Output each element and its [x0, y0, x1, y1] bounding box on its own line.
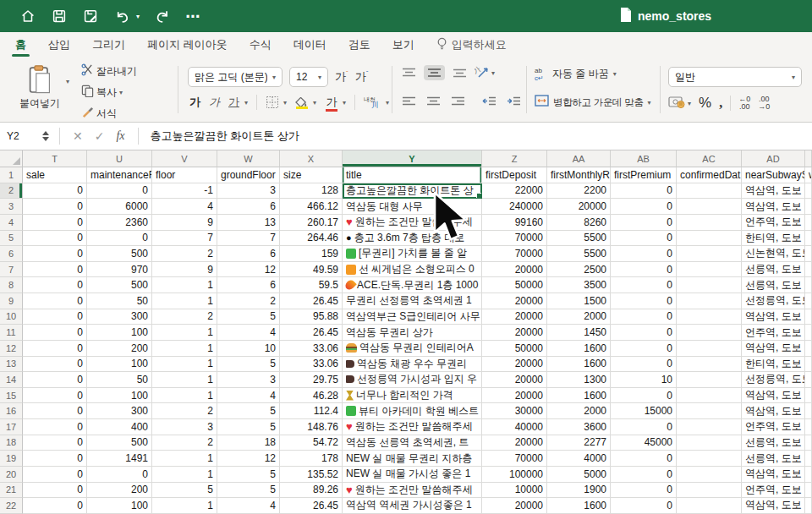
font-name-select[interactable]: 맑은 고딕 (본문)▾: [188, 67, 283, 87]
cell-Y13[interactable]: 역삼동 채광 우수 무권리: [343, 357, 482, 373]
cell-Z13[interactable]: 20000: [482, 357, 547, 373]
tab-draw[interactable]: 그리기: [92, 32, 125, 57]
cell-Z19[interactable]: 70000: [482, 451, 547, 467]
cell-AC20[interactable]: [677, 467, 742, 483]
copy-button[interactable]: 복사 ▾: [81, 85, 137, 101]
cell-Z20[interactable]: 100000: [482, 467, 547, 483]
cell-AA7[interactable]: 2500: [547, 262, 611, 278]
cell-overflow-16[interactable]: [805, 403, 812, 419]
cell-V4[interactable]: 9: [152, 215, 217, 231]
cell-AC14[interactable]: [677, 372, 742, 388]
cell-AC21[interactable]: [677, 483, 742, 499]
cell-AC22[interactable]: [677, 498, 742, 514]
cell-T15[interactable]: 0: [23, 388, 87, 404]
tab-view[interactable]: 보기: [392, 32, 414, 57]
cell-AA17[interactable]: 3600: [547, 419, 611, 435]
cell-AD7[interactable]: 선릉역, 도보: [742, 262, 805, 278]
cell-AD1[interactable]: nearSubwayS: [742, 167, 805, 183]
column-header-AB[interactable]: AB: [611, 150, 677, 167]
cell-T16[interactable]: 0: [23, 403, 87, 419]
align-center-icon[interactable]: [424, 94, 443, 109]
cell-AB15[interactable]: 0: [611, 388, 677, 404]
cell-AC10[interactable]: [677, 309, 742, 325]
cell-W11[interactable]: 4: [217, 325, 280, 341]
cell-V22[interactable]: 1: [152, 498, 217, 514]
cell-T17[interactable]: 0: [23, 419, 87, 435]
save-icon[interactable]: [50, 7, 69, 25]
cell-AD17[interactable]: 언주역, 도보: [742, 419, 805, 435]
cell-overflow-17[interactable]: [805, 419, 812, 435]
cell-X12[interactable]: 33.06: [280, 341, 343, 357]
cell-AB12[interactable]: 0: [611, 341, 677, 357]
cell-overflow-7[interactable]: [805, 262, 812, 278]
cell-U16[interactable]: 300: [87, 403, 152, 419]
name-box[interactable]: Y2: [0, 123, 52, 150]
font-color-icon[interactable]: 가: [325, 95, 338, 110]
font-color-dropdown-icon[interactable]: ▾: [343, 99, 346, 107]
fill-color-icon[interactable]: [295, 96, 309, 109]
cell-X13[interactable]: 33.06: [280, 357, 343, 373]
cell-U15[interactable]: 100: [87, 388, 152, 404]
row-header-10[interactable]: 10: [0, 309, 23, 325]
cell-AC19[interactable]: [677, 451, 742, 467]
stepper-down-icon[interactable]: [42, 137, 49, 141]
align-top-icon[interactable]: [399, 65, 419, 80]
row-header-3[interactable]: 3: [0, 199, 23, 215]
cell-overflow-8[interactable]: [805, 277, 812, 293]
cell-T8[interactable]: 0: [23, 277, 87, 293]
cell-AD15[interactable]: 역삼역, 도보: [742, 388, 805, 404]
underline-dropdown-icon[interactable]: ▾: [244, 99, 248, 107]
row-header-4[interactable]: 4: [0, 215, 23, 231]
cell-T11[interactable]: 0: [23, 325, 87, 341]
cell-T22[interactable]: 0: [23, 498, 87, 514]
cell-X20[interactable]: 135.52: [280, 467, 343, 483]
cell-AC4[interactable]: [677, 215, 742, 231]
cell-V6[interactable]: 2: [152, 246, 217, 262]
cell-T7[interactable]: 0: [23, 262, 87, 278]
grow-font-button[interactable]: 가ˆ: [335, 69, 348, 85]
cell-X9[interactable]: 26.45: [280, 293, 343, 309]
cell-T5[interactable]: 0: [23, 231, 87, 247]
cell-U4[interactable]: 2360: [87, 215, 152, 231]
cell-V14[interactable]: 1: [152, 372, 217, 388]
cell-AB6[interactable]: 0: [611, 246, 677, 262]
cell-Y11[interactable]: 역삼동 무권리 상가: [343, 325, 482, 341]
cell-V11[interactable]: 1: [152, 325, 217, 341]
cell-AC15[interactable]: [677, 388, 742, 404]
cell-Y20[interactable]: NEW 실 매물 가시성 좋은 1: [343, 467, 482, 483]
cell-Z4[interactable]: 99160: [482, 215, 547, 231]
row-header-6[interactable]: 6: [0, 246, 23, 262]
formula-content[interactable]: 층고높은깔끔한 화이트톤 상가: [151, 128, 299, 144]
cell-Y16[interactable]: 뷰티 아카데미 학원 베스트: [343, 403, 482, 419]
accounting-dropdown-icon[interactable]: ▾: [688, 100, 691, 107]
cell-W14[interactable]: 3: [217, 372, 280, 388]
cell-AB7[interactable]: 0: [611, 262, 677, 278]
cell-W7[interactable]: 12: [217, 262, 280, 278]
save-as-icon[interactable]: [81, 7, 100, 25]
row-header-19[interactable]: 19: [0, 451, 23, 467]
insert-function-icon[interactable]: fx: [110, 129, 130, 143]
cell-W12[interactable]: 10: [217, 341, 280, 357]
cell-Y1[interactable]: title: [343, 167, 482, 183]
cell-V20[interactable]: 1: [152, 467, 217, 483]
cell-U18[interactable]: 500: [87, 435, 152, 451]
cell-V9[interactable]: 1: [152, 293, 217, 309]
cell-Y12[interactable]: 역삼동 무권리 인테리어A: [343, 341, 482, 357]
cell-AD4[interactable]: 언주역, 도보: [742, 215, 805, 231]
tell-me-search[interactable]: 입력하세요: [436, 37, 507, 52]
cell-AB18[interactable]: 45000: [611, 435, 677, 451]
cell-overflow-1[interactable]: w: [805, 167, 812, 183]
cell-U20[interactable]: 0: [87, 467, 152, 483]
cell-U2[interactable]: 0: [87, 183, 152, 200]
row-header-5[interactable]: 5: [0, 231, 23, 247]
stepper-up-icon[interactable]: [42, 131, 49, 135]
cell-AB13[interactable]: 0: [611, 357, 677, 373]
paste-button[interactable]: ▾ 붙여넣기: [14, 64, 66, 111]
select-all-corner[interactable]: [0, 150, 23, 167]
cell-U12[interactable]: 200: [87, 341, 152, 357]
cell-overflow-6[interactable]: [805, 246, 812, 262]
cell-AB9[interactable]: 0: [611, 293, 677, 309]
cell-AC6[interactable]: [677, 246, 742, 262]
cell-AB11[interactable]: 0: [611, 325, 677, 341]
cell-V2[interactable]: -1: [152, 183, 217, 200]
